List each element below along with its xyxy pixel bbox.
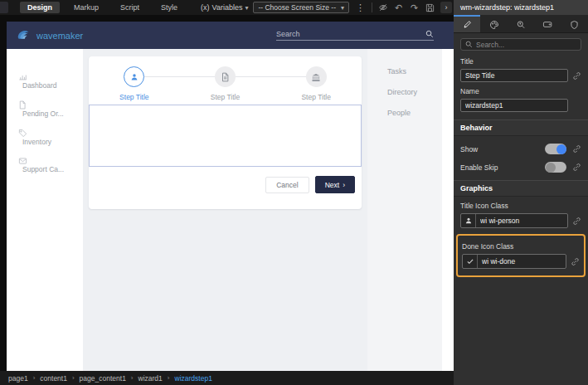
document-icon [215,66,236,87]
show-toggle[interactable] [545,144,566,154]
done-icon-highlight-box: Done Icon Class [456,234,586,277]
panel-item-directory[interactable]: Directory [387,88,442,96]
bind-link-icon[interactable] [571,257,580,266]
tag-icon [18,129,83,138]
chevron-right-icon: › [343,181,345,189]
title-icon-class-input[interactable] [476,217,567,225]
tab-markup[interactable]: Markup [66,2,106,13]
properties-panel-tabs [454,15,588,33]
next-button[interactable]: Next › [315,176,355,193]
done-icon-class-group [462,254,566,269]
wavemaker-logo-icon [15,27,33,45]
tab-security[interactable] [561,15,588,32]
breadcrumb-wizard1[interactable]: wizard1 [138,374,163,383]
brand-name: wavemaker [36,31,83,41]
property-search[interactable] [460,38,581,51]
app-search[interactable] [276,30,434,41]
chevron-right-icon: › [445,3,448,12]
variables-menu[interactable]: (x) Variables ▾ [201,3,248,12]
tab-script[interactable]: Script [113,2,147,13]
redo-icon[interactable]: ↷ [409,2,420,13]
chevron-right-icon: › [33,374,36,382]
cancel-button[interactable]: Cancel [265,177,309,193]
app-body: Dashboard Pending Or... Inventory [7,49,454,371]
chevron-right-icon: › [72,374,75,382]
wizard-step-2[interactable]: Step Title [180,66,271,101]
tab-device[interactable] [534,15,561,32]
property-search-input[interactable] [476,41,576,49]
chevron-down-icon: ▾ [245,4,248,12]
step-title-label: Step Title [301,93,330,101]
check-icon [463,255,478,268]
name-field-input[interactable] [460,99,568,112]
title-field-input[interactable] [460,69,568,82]
app-right-panel: Tasks Directory People [367,49,442,371]
done-icon-class-input[interactable] [478,257,566,266]
tab-properties[interactable] [454,15,480,32]
canvas-right-margin [442,49,454,371]
preview-off-icon[interactable] [377,2,388,13]
app-sidenav: Dashboard Pending Or... Inventory [7,49,83,371]
shield-icon [570,20,579,30]
breadcrumb-page1[interactable]: page1 [8,374,28,383]
breadcrumb-wizardstep1[interactable]: wizardstep1 [175,374,212,383]
sidenav-item-support[interactable]: Support Ca... [7,157,83,184]
tab-events[interactable] [508,15,534,32]
bind-link-icon[interactable] [572,144,581,154]
panel-item-tasks[interactable]: Tasks [387,67,442,76]
panel-collapse-button[interactable]: › [440,2,452,13]
step-title-label: Step Title [119,93,148,101]
mode-tabs: Design Markup Script Style [20,2,185,13]
more-options-icon[interactable]: ⋮ [354,2,367,13]
name-field-label: Name [460,87,581,95]
save-icon[interactable] [425,2,435,13]
wizard-widget[interactable]: Step Title Step Title [89,56,362,209]
behavior-section-header[interactable]: Behavior [454,119,588,136]
done-icon-class-label: Done Icon Class [462,242,580,251]
panel-item-people[interactable]: People [387,109,442,117]
selected-widget-title: wm-wizardstep: wizardstep1 [454,0,588,15]
chevron-right-icon: › [131,374,134,382]
sidenav-item-dashboard[interactable]: Dashboard [7,72,83,100]
variables-label: Variables [212,3,243,12]
bind-link-icon[interactable] [572,217,581,226]
screen-size-select[interactable]: -- Choose Screen Size -- ▾ [253,2,349,13]
title-icon-class-group [460,213,568,228]
chevron-right-icon: › [168,374,170,382]
tab-styles[interactable] [480,15,507,32]
person-icon [461,214,476,227]
wizard-steps: Step Title Step Title [89,56,362,105]
breadcrumb-page-content1[interactable]: page_content1 [80,374,126,383]
app-search-input[interactable] [276,30,425,38]
app-brand[interactable]: wavemaker [15,27,83,45]
topbar-actions: (x) Variables ▾ -- Choose Screen Size --… [201,2,454,13]
undo-icon[interactable]: ↶ [393,2,404,13]
enable-skip-property-row: Enable Skip [460,162,581,173]
tab-design[interactable]: Design [20,2,60,13]
search-icon [425,30,434,38]
graphics-section-header[interactable]: Graphics [454,180,588,197]
wizard-step-1[interactable]: Step Title [89,66,180,101]
pencil-icon [463,20,472,29]
design-canvas: wavemaker Dashboard [7,22,454,371]
show-property-row: Show [460,144,581,154]
bind-link-icon[interactable] [572,163,581,172]
sidenav-item-label: Pending Or... [18,110,83,118]
search-gear-icon [516,20,526,30]
wizardstep-selection-area[interactable] [89,105,362,167]
sidenav-item-label: Dashboard [18,81,83,90]
breadcrumb-content1[interactable]: content1 [40,374,67,383]
search-icon [465,41,473,48]
variables-icon: (x) [201,3,210,12]
enable-skip-toggle[interactable] [545,162,566,173]
sidenav-item-pending-orders[interactable]: Pending Or... [7,100,83,129]
wavemaker-studio: Design Markup Script Style (x) Variables… [0,0,588,385]
person-icon [124,66,144,87]
wizard-step-3[interactable]: Step Title [270,66,362,101]
next-button-label: Next [325,181,339,189]
properties-panel: wm-wizardstep: wizardstep1 [454,0,588,385]
sidenav-item-inventory[interactable]: Inventory [7,129,83,157]
properties-panel-body: Title Name Behavior Show [454,33,588,277]
tab-style[interactable]: Style [153,2,185,13]
bind-link-icon[interactable] [572,71,581,80]
